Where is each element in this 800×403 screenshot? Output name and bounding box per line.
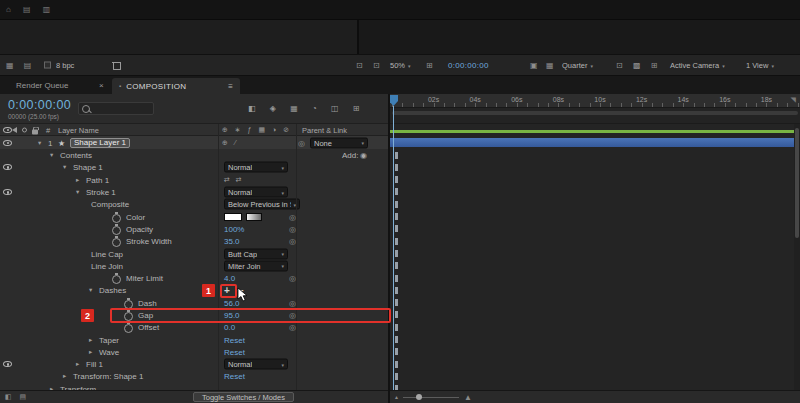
channel-monitor-icons[interactable]: ⊡ ⊡ — [356, 61, 384, 70]
property-label[interactable]: Stroke Width — [126, 237, 172, 246]
composite-dropdown[interactable]: Below Previous in Sa▾ — [224, 199, 300, 210]
wave-reset-link[interactable]: Reset — [224, 347, 245, 356]
layer-name[interactable]: Shape Layer 1 — [70, 138, 130, 148]
bpc-button[interactable]: 8 bpc — [56, 61, 74, 70]
zoom-out-icon[interactable]: ▲ — [394, 394, 399, 400]
pick-whip-icon[interactable]: ◎ — [289, 224, 296, 233]
pick-whip-icon[interactable]: ◎ — [298, 138, 305, 147]
view-option-icons[interactable]: ⊡ ▩ ⊞ — [616, 61, 661, 70]
line-join-dropdown[interactable]: Miter Join▾ — [224, 260, 288, 271]
stopwatch-icon[interactable] — [112, 212, 121, 222]
expander-icon[interactable]: ▾ — [63, 163, 66, 171]
property-label[interactable]: Contents — [60, 151, 92, 160]
transform-reset-link[interactable]: Reset — [224, 372, 245, 381]
property-label[interactable]: Wave — [99, 347, 119, 356]
ruler-grid-icon[interactable]: ⊞ — [426, 61, 437, 70]
line-cap-dropdown[interactable]: Butt Cap▾ — [224, 248, 288, 259]
property-label[interactable]: Fill 1 — [86, 360, 103, 369]
zoom-dropdown[interactable]: 50%▾ — [390, 61, 411, 70]
expander-icon[interactable]: ▸ — [63, 372, 66, 380]
pick-whip-icon[interactable]: ◎ — [289, 323, 296, 332]
property-label[interactable]: Line Cap — [91, 249, 123, 258]
view-layout-dropdown[interactable]: 1 View▾ — [746, 61, 774, 70]
layer-expander-icon[interactable]: ▾ — [38, 139, 41, 147]
eye-icon[interactable] — [3, 189, 12, 195]
trash-icon[interactable] — [112, 60, 121, 70]
stopwatch-icon[interactable] — [124, 322, 133, 332]
eye-icon[interactable] — [3, 164, 12, 170]
parent-dropdown[interactable]: None▾ — [310, 137, 368, 148]
snapshot-camera-icon[interactable]: ▣ — [530, 61, 542, 70]
property-label[interactable]: Path 1 — [86, 175, 109, 184]
stopwatch-icon[interactable] — [112, 273, 121, 283]
opacity-value[interactable]: 100% — [224, 224, 244, 233]
preview-timecode[interactable]: 0:00:00:00 — [448, 61, 489, 70]
pick-whip-icon[interactable]: ◎ — [289, 212, 296, 221]
project-panel-icons[interactable]: ▦ ▤ — [6, 61, 35, 70]
property-label[interactable]: Opacity — [126, 224, 153, 233]
property-label[interactable]: Stroke 1 — [86, 188, 116, 197]
panel-menu-icon[interactable]: ≡ — [228, 82, 233, 91]
stopwatch-icon[interactable] — [124, 298, 133, 308]
close-icon[interactable]: × — [99, 81, 104, 90]
pick-whip-icon[interactable]: ◎ — [289, 298, 296, 307]
tab-render-queue[interactable]: Render Queue — [16, 81, 68, 90]
camera-dropdown[interactable]: Active Camera▾ — [670, 61, 725, 70]
blend-mode-dropdown[interactable]: Normal▾ — [224, 359, 288, 370]
property-label[interactable]: Composite — [91, 200, 129, 209]
blend-mode-dropdown[interactable]: Normal▾ — [224, 162, 288, 173]
app-bar-icons[interactable]: ⌂ ▤ ▥ — [6, 5, 55, 14]
layer-row[interactable]: ▾ 1 ★ Shape Layer 1 ⊕ ⁄ ◎ None▾ — [0, 136, 388, 149]
tab-composition[interactable]: ▪ COMPOSITION ≡ — [112, 78, 240, 94]
stopwatch-icon[interactable] — [112, 224, 121, 234]
scrollbar[interactable] — [794, 124, 800, 390]
time-ruler[interactable]: 0s 02s 04s 06s 08s 10s 12s 14s 16s 18s ◥ — [390, 94, 800, 108]
offset-value[interactable]: 0.0 — [224, 323, 235, 332]
panel-splitter[interactable] — [388, 94, 390, 403]
stroke-width-value[interactable]: 35.0 — [224, 237, 240, 246]
work-area-bar[interactable] — [392, 111, 798, 115]
color-gradient-box[interactable] — [246, 213, 262, 221]
property-label[interactable]: Color — [126, 212, 145, 221]
path-direction-icons[interactable]: ⇄ ⇄ — [224, 176, 244, 184]
toggle-switches-button[interactable]: Toggle Switches / Modes — [193, 392, 294, 402]
layer-switch-icons[interactable]: ⊕ ⁄ — [222, 139, 238, 147]
property-label[interactable]: Dash — [138, 298, 157, 307]
search-input[interactable] — [78, 102, 154, 115]
expander-icon[interactable]: ▸ — [76, 360, 79, 368]
channel-grid-icon[interactable]: ▦ — [546, 61, 558, 70]
property-label[interactable]: Shape 1 — [73, 163, 103, 172]
zoom-in-icon[interactable]: ▲ — [464, 393, 472, 402]
expand-panel-icons[interactable]: ◧ ▤ — [5, 393, 29, 401]
taper-reset-link[interactable]: Reset — [224, 335, 245, 344]
property-label[interactable]: Dashes — [99, 286, 126, 295]
color-swatch[interactable] — [224, 213, 242, 221]
add-button[interactable]: ◉ — [360, 151, 367, 160]
stopwatch-icon[interactable] — [112, 236, 121, 246]
property-label[interactable]: Transform: Shape 1 — [73, 372, 143, 381]
property-label[interactable]: Line Join — [91, 261, 123, 270]
expander-icon[interactable]: ▸ — [89, 348, 92, 356]
expander-icon[interactable]: ▸ — [89, 336, 92, 344]
pick-whip-icon[interactable]: ◎ — [289, 274, 296, 283]
comp-marker-bin-icon[interactable]: ◥ — [791, 96, 796, 104]
miter-limit-value[interactable]: 4.0 — [224, 274, 235, 283]
resolution-dropdown[interactable]: Quarter▾ — [562, 61, 593, 70]
zoom-slider[interactable] — [403, 397, 459, 398]
pick-whip-icon[interactable]: ◎ — [289, 237, 296, 246]
property-label[interactable]: Taper — [99, 335, 119, 344]
eye-icon[interactable] — [3, 140, 12, 146]
current-timecode[interactable]: 0:00:00:00 — [8, 98, 71, 112]
timeline-tool-icons[interactable]: ◧ ◈ ▦ ◔ ◫ ⊞ — [248, 104, 365, 113]
eye-icon[interactable] — [3, 361, 12, 367]
scrollbar-thumb[interactable] — [795, 128, 799, 238]
zoom-slider-handle[interactable] — [416, 394, 422, 400]
property-label[interactable]: Miter Limit — [126, 274, 163, 283]
layer-duration-bar[interactable] — [390, 138, 800, 147]
expander-icon[interactable]: ▾ — [76, 188, 79, 196]
expander-icon[interactable]: ▾ — [50, 151, 53, 159]
expander-icon[interactable]: ▸ — [76, 176, 79, 184]
color-depth-icon[interactable] — [44, 62, 51, 69]
property-label[interactable]: Offset — [138, 323, 159, 332]
blend-mode-dropdown[interactable]: Normal▾ — [224, 187, 288, 198]
